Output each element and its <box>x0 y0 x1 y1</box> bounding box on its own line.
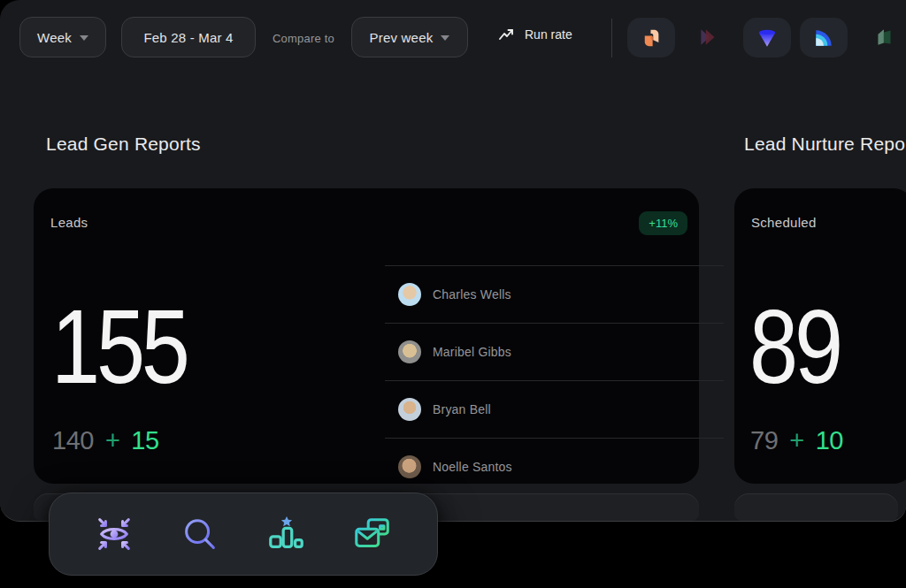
run-rate-button[interactable]: Run rate <box>498 27 572 42</box>
mail-campaign-button[interactable] <box>348 509 397 559</box>
next-card-top-right <box>734 493 898 521</box>
quick-action-toolbar <box>49 493 438 576</box>
chevrons-logo-icon <box>697 26 720 49</box>
cone-logo-icon <box>756 27 779 50</box>
scheduled-card: Scheduled 89 79 + 10 <box>734 188 906 484</box>
search-insights-icon <box>180 514 220 554</box>
integration-arc-button[interactable] <box>800 18 848 57</box>
run-rate-label: Run rate <box>525 27 572 42</box>
chevron-down-icon <box>80 35 88 41</box>
scheduled-card-title: Scheduled <box>751 215 817 230</box>
plus-sign: + <box>105 426 119 455</box>
avatar <box>398 283 421 306</box>
dashboard-app: Week Feb 28 - Mar 4 Compare to Prev week… <box>0 0 906 588</box>
leaderboard-icon <box>266 514 307 554</box>
integration-layers-button[interactable] <box>871 23 899 51</box>
scheduled-previous-row: 79 + 10 <box>750 426 843 455</box>
person-name: Maribel Gibbs <box>433 345 511 359</box>
avatar <box>398 455 421 478</box>
compare-select-label: Prev week <box>370 30 434 45</box>
leads-previous-value: 140 <box>52 426 94 455</box>
integration-cone-button[interactable] <box>743 18 791 57</box>
person-name: Charles Wells <box>433 287 511 302</box>
compare-select[interactable]: Prev week <box>351 17 468 57</box>
integration-chevrons-button[interactable] <box>695 23 723 51</box>
layers-logo-icon <box>873 26 896 49</box>
leads-card: Leads +11% 155 140 + 15 Charles Wells Ma… <box>34 188 699 484</box>
blocks-logo-icon <box>640 27 663 50</box>
scheduled-previous-value: 79 <box>750 426 778 455</box>
avatar <box>398 340 421 363</box>
leads-delta-value: 15 <box>131 426 158 455</box>
list-item[interactable]: Bryan Bell <box>385 380 724 438</box>
plus-sign: + <box>789 426 803 455</box>
scheduled-delta-value: 10 <box>816 426 843 455</box>
leads-previous-row: 140 + 15 <box>52 426 159 455</box>
list-item[interactable]: Maribel Gibbs <box>385 323 724 380</box>
period-select-label: Week <box>37 30 72 45</box>
search-insights-button[interactable] <box>175 509 225 559</box>
period-select[interactable]: Week <box>19 17 106 57</box>
list-item[interactable]: Charles Wells <box>385 265 724 323</box>
leads-card-title: Leads <box>50 215 88 230</box>
list-item[interactable]: Noelle Santos <box>385 438 724 495</box>
focus-eye-icon <box>94 514 134 554</box>
avatar <box>398 398 421 421</box>
leads-value: 155 <box>51 294 187 399</box>
date-range-label: Feb 28 - Mar 4 <box>143 30 233 45</box>
leads-people-list: Charles Wells Maribel Gibbs Bryan Bell N… <box>385 265 724 495</box>
leads-change-badge: +11% <box>639 211 687 235</box>
trending-up-icon <box>498 27 516 42</box>
person-name: Noelle Santos <box>433 460 512 474</box>
integration-blocks-button[interactable] <box>627 18 675 57</box>
leaderboard-button[interactable] <box>262 509 311 559</box>
toolbar-divider <box>611 19 612 57</box>
arc-logo-icon <box>812 27 835 50</box>
focus-eye-button[interactable] <box>89 509 139 559</box>
mail-campaign-icon <box>352 514 393 554</box>
date-range-button[interactable]: Feb 28 - Mar 4 <box>121 17 256 57</box>
chevron-down-icon <box>441 35 449 41</box>
lead-nurture-section-title: Lead Nurture Reports <box>744 134 906 155</box>
scheduled-value: 89 <box>749 294 840 399</box>
compare-to-label: Compare to <box>273 32 334 45</box>
person-name: Bryan Bell <box>433 402 491 416</box>
lead-gen-section-title: Lead Gen Reports <box>46 134 201 155</box>
